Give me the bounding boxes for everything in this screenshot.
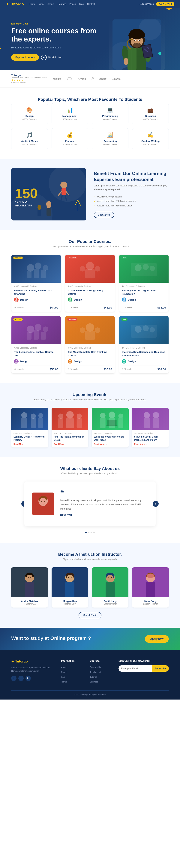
course-image: Featured xyxy=(65,255,114,283)
nav-link-contact[interactable]: Contact xyxy=(87,3,95,5)
course-title: The business Intel analyst Course 2022 xyxy=(14,350,58,357)
hero-buttons: Explore Courses ▶ Watch it Now xyxy=(11,54,105,61)
newsletter-email-input[interactable] xyxy=(119,665,152,672)
footer: ✦ Tutorgo Sed ut perspiciatis representa… xyxy=(0,650,180,700)
lightning-decoration: ⚡ xyxy=(0,46,2,51)
nav-link-blog[interactable]: Blog xyxy=(79,3,84,5)
course-illustration xyxy=(127,319,161,341)
course-illustration xyxy=(19,257,53,280)
see-all-instructors-button[interactable]: See all Their xyxy=(79,612,102,618)
partner-logos: Taulma Alysha P pencil Taulma xyxy=(52,77,169,81)
course-title: Fashion and Luxury Fashion in a Changing xyxy=(14,289,58,296)
course-card[interactable]: New 4.0 | 5 Lessons | 3 Students Strateg… xyxy=(119,254,169,312)
instructor-info: Nana Judy English Teacher xyxy=(132,597,169,608)
newsletter-subscribe-button[interactable]: Subscribe xyxy=(152,665,169,672)
event-read-more-link[interactable]: Read More → xyxy=(94,443,126,445)
course-card[interactable]: New 4.0 | 5 Lessons | 2 Students Statist… xyxy=(119,316,169,373)
instructor-photo xyxy=(132,567,169,597)
linkedin-icon[interactable]: in xyxy=(26,676,31,681)
svg-point-23 xyxy=(134,40,135,41)
svg-point-87 xyxy=(135,326,142,333)
nav-link-work[interactable]: Work xyxy=(39,3,44,5)
nav-link-clients[interactable]: Clients xyxy=(47,3,54,5)
event-read-more-link[interactable]: Read More → xyxy=(54,443,86,445)
svg-point-73 xyxy=(35,324,42,331)
benefit-section: 150 YEARS OF GIANTLEAPS Benefit From Our… xyxy=(0,159,180,230)
svg-rect-101 xyxy=(58,418,63,428)
benefit-description: Lorem ipsum sit amet consectetur adipisc… xyxy=(94,184,169,191)
event-read-more-link[interactable]: Read More → xyxy=(14,443,46,445)
svg-rect-41 xyxy=(37,210,41,216)
nav-link-courses[interactable]: Courses xyxy=(58,3,66,5)
testimonial-card: ❝ I would like to say thank you to all y… xyxy=(24,482,156,526)
carousel-next-button[interactable]: › xyxy=(153,501,159,507)
topic-card[interactable]: 📊 Management 4000+ Courses xyxy=(52,103,88,124)
carousel-dot-2[interactable] xyxy=(88,532,89,533)
carousel-dot-4[interactable] xyxy=(93,532,95,533)
carousel-dot-3[interactable] xyxy=(91,532,92,533)
topic-card[interactable]: 💰 Finance 4000+ Courses xyxy=(52,128,88,149)
course-card[interactable]: Featured 4.0 | 5 Lessons | 3 Students Th… xyxy=(65,316,115,373)
cta-apply-button[interactable]: Apply now xyxy=(145,635,169,643)
svg-point-142 xyxy=(107,575,113,582)
svg-rect-127 xyxy=(25,582,34,597)
course-card[interactable]: Featured 4.0 | 5 Lessons | 4 Students Cr… xyxy=(65,254,115,312)
instructor-label: Design xyxy=(20,299,28,301)
instructor-avatar xyxy=(14,359,19,364)
event-date: May 1 2022 xyxy=(14,432,22,434)
svg-point-78 xyxy=(16,360,17,362)
footer-courses-link[interactable]: Tutorial xyxy=(90,676,97,678)
course-instructor: Design xyxy=(14,298,58,302)
instructor-name: Nana Judy xyxy=(135,600,166,603)
watch-video-button[interactable]: ▶ Watch it Now xyxy=(41,55,61,60)
course-card[interactable]: Popular 4.0 | 5 Lessons | 3 Students Fas… xyxy=(11,254,61,312)
topic-count: 4000+ Courses xyxy=(136,118,165,120)
nav-right: +44 800000000 Get Free Trial xyxy=(139,2,174,6)
footer-courses-link[interactable]: Teacher List xyxy=(90,671,101,673)
topic-card[interactable]: 🎨 Design 4000+ Courses xyxy=(11,103,48,124)
topic-name: Accounting xyxy=(96,140,125,143)
play-icon: ▶ xyxy=(41,55,47,60)
footer-courses-link[interactable]: Courses List xyxy=(90,666,101,668)
event-read-more-link[interactable]: Read More → xyxy=(134,443,167,445)
instructor-card[interactable]: Smith Jany Graphic Writer xyxy=(92,567,128,608)
hero-subtitle: Pioneering Academy, the tech-school of t… xyxy=(11,46,105,50)
topic-card[interactable]: 🎵 Audio + Music 4000+ Courses xyxy=(11,128,48,149)
topic-card[interactable]: 💼 Business 4000+ Courses xyxy=(132,103,169,124)
instructor-label: Design xyxy=(128,360,136,363)
instructor-card[interactable]: Andra Fletcher Teacher MBA xyxy=(11,567,48,608)
footer-courses-link[interactable]: Business xyxy=(90,681,98,683)
instructor-card[interactable]: Nana Judy English Teacher xyxy=(132,567,169,608)
svg-rect-95 xyxy=(31,418,36,428)
benefit-cta-button[interactable]: Get Started xyxy=(94,212,114,218)
star-rating: ★★★★★ xyxy=(11,79,47,82)
course-price: $34.00 xyxy=(157,306,166,309)
course-card[interactable]: Popular 4.0 | 5 Lessons | 2 Students The… xyxy=(11,316,61,373)
carousel-dot-1[interactable] xyxy=(85,532,87,533)
nav-trial-button[interactable]: Get Free Trial xyxy=(156,2,174,6)
course-badge: New xyxy=(121,318,128,321)
instructor-illustration xyxy=(132,567,169,597)
twitter-icon[interactable]: t xyxy=(18,676,24,681)
footer-info-link[interactable]: Faq xyxy=(61,676,65,678)
footer-info-link[interactable]: Detail xyxy=(61,671,67,673)
footer-info-link[interactable]: Terms xyxy=(61,681,67,683)
nav-link-home[interactable]: Home xyxy=(29,3,35,5)
topic-icon: 💰 xyxy=(55,132,84,138)
nav-logo[interactable]: ✦ Tutorgo xyxy=(6,2,24,6)
svg-point-130 xyxy=(30,577,31,578)
instructor-card[interactable]: Morgan Roy Teacher MBA xyxy=(52,567,88,608)
topics-grid: 🎨 Design 4000+ Courses 📊 Management 4000… xyxy=(11,103,169,149)
trusted-sub: Join over 100K+ students around the worl… xyxy=(11,77,47,79)
partner-logo-1: Taulma xyxy=(52,78,61,80)
instructor-illustration xyxy=(92,567,128,597)
topic-card[interactable]: ✍️ Content Writing 4000+ Courses xyxy=(132,128,169,149)
topic-name: Business xyxy=(136,115,165,117)
topic-card[interactable]: 💻 Programming 4000+ Courses xyxy=(92,103,128,124)
footer-info-link[interactable]: About xyxy=(61,666,67,668)
partner-logo-3: Alysha xyxy=(78,78,86,80)
explore-courses-button[interactable]: Explore Courses xyxy=(11,54,39,61)
nav-link-pages[interactable]: Pages xyxy=(69,3,76,5)
topic-card[interactable]: 🧮 Accounting 4000+ Courses xyxy=(92,128,128,149)
facebook-icon[interactable]: f xyxy=(11,676,17,681)
